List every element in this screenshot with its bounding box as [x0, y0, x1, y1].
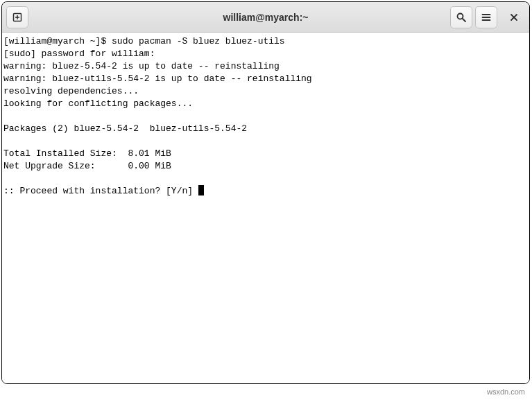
- svg-line-4: [463, 19, 465, 21]
- new-tab-button[interactable]: [6, 6, 28, 28]
- terminal-line: looking for conflicting packages...: [3, 98, 193, 109]
- titlebar: william@myarch:~: [2, 2, 529, 33]
- search-icon: [456, 12, 467, 23]
- terminal-line: Net Upgrade Size: 0.00 MiB: [3, 161, 171, 171]
- titlebar-right: [450, 6, 525, 28]
- svg-point-3: [458, 13, 463, 19]
- terminal-line: resolving dependencies...: [3, 86, 139, 96]
- terminal-line: [sudo] password for william:: [3, 49, 155, 59]
- terminal-area[interactable]: [william@myarch ~]$ sudo pacman -S bluez…: [2, 33, 529, 383]
- search-button[interactable]: [450, 6, 472, 28]
- terminal-line: warning: bluez-utils-5.54-2 is up to dat…: [3, 73, 312, 84]
- window-title: william@myarch:~: [223, 12, 309, 23]
- hamburger-icon: [481, 12, 492, 23]
- close-button[interactable]: [503, 6, 525, 28]
- terminal-line: warning: bluez-5.54-2 is up to date -- r…: [3, 61, 280, 71]
- terminal-cursor: [198, 185, 204, 195]
- titlebar-left: [6, 6, 28, 28]
- terminal-line: Packages (2) bluez-5.54-2 bluez-utils-5.…: [3, 123, 247, 134]
- prompt: [william@myarch ~]$: [3, 36, 112, 46]
- terminal-line: :: Proceed with installation? [Y/n]: [3, 186, 198, 196]
- menu-button[interactable]: [475, 6, 497, 28]
- terminal-window: william@myarch:~: [1, 1, 530, 384]
- close-icon: [508, 12, 520, 23]
- terminal-line: Total Installed Size: 8.01 MiB: [3, 148, 171, 159]
- watermark: wsxdn.com: [487, 388, 525, 396]
- command-text: sudo pacman -S bluez bluez-utils: [112, 36, 285, 46]
- new-tab-icon: [12, 12, 23, 23]
